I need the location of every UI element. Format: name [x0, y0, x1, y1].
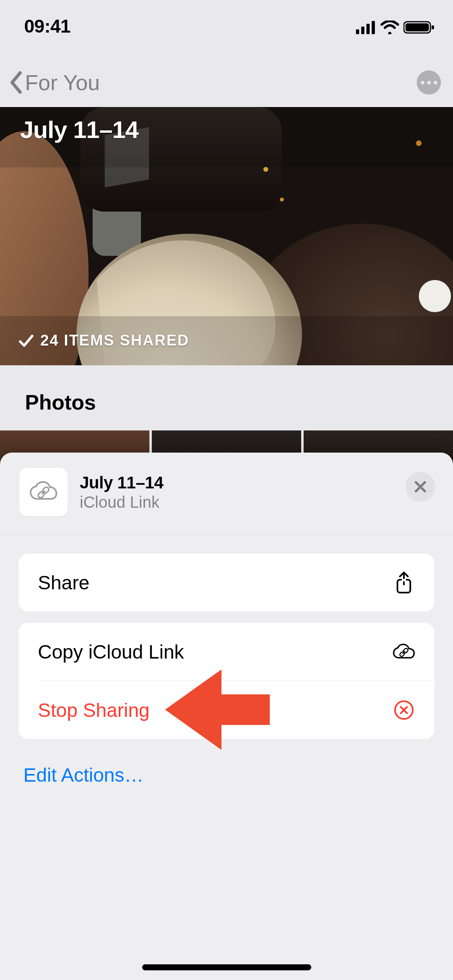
home-indicator[interactable]: [142, 964, 311, 970]
svg-point-19: [416, 140, 422, 146]
edit-actions-label: Edit Actions…: [23, 764, 144, 786]
svg-rect-0: [356, 29, 359, 34]
wifi-icon: [380, 21, 399, 34]
memory-hero[interactable]: July 11–14 24 ITEMS SHARED: [0, 107, 453, 365]
memory-title: July 11–14: [20, 116, 139, 144]
navigation-bar: For You: [0, 60, 453, 105]
stop-sharing-label: Stop Sharing: [38, 699, 150, 721]
shared-status: 24 ITEMS SHARED: [18, 332, 189, 349]
share-icon: [393, 571, 415, 594]
copy-icloud-link-label: Copy iCloud Link: [38, 641, 184, 663]
cellular-signal-icon: [356, 21, 376, 34]
shared-status-label: 24 ITEMS SHARED: [40, 332, 189, 349]
share-sheet-subtitle: iCloud Link: [80, 493, 163, 511]
svg-point-13: [419, 280, 451, 312]
svg-rect-5: [405, 23, 429, 31]
edit-actions-row[interactable]: Edit Actions…: [19, 750, 434, 800]
icloud-link-icon: [393, 640, 415, 663]
status-time: 09:41: [24, 15, 70, 37]
stop-sharing-row[interactable]: Stop Sharing: [19, 681, 434, 739]
battery-icon: [403, 20, 435, 35]
photos-section-title: Photos: [25, 390, 453, 414]
svg-point-17: [263, 167, 268, 172]
memory-hero-image: [0, 107, 453, 365]
more-button[interactable]: [417, 70, 441, 95]
status-icons: [356, 20, 435, 35]
share-sheet: July 11–14 iCloud Link Share: [0, 453, 453, 980]
share-sheet-title: July 11–14: [80, 473, 163, 492]
icloud-link-icon: [29, 481, 58, 503]
back-button[interactable]: For You: [8, 70, 100, 95]
status-bar: 09:41: [0, 0, 453, 52]
close-button[interactable]: [405, 472, 435, 502]
svg-point-18: [280, 198, 284, 202]
svg-rect-6: [432, 25, 434, 29]
chevron-left-icon: [8, 70, 24, 95]
close-icon: [414, 480, 427, 494]
copy-icloud-link-row[interactable]: Copy iCloud Link: [19, 623, 434, 681]
svg-rect-2: [366, 24, 370, 34]
checkmark-icon: [18, 333, 34, 349]
share-row[interactable]: Share: [19, 554, 434, 611]
share-sheet-thumbnail: [19, 468, 68, 516]
stop-circle-icon: [393, 699, 415, 721]
share-label: Share: [38, 572, 89, 594]
back-label: For You: [25, 70, 100, 95]
svg-rect-1: [361, 27, 364, 34]
share-sheet-header: July 11–14 iCloud Link: [0, 453, 453, 535]
ellipsis-icon: [421, 81, 437, 84]
svg-rect-27: [402, 579, 406, 581]
svg-rect-3: [372, 21, 375, 34]
